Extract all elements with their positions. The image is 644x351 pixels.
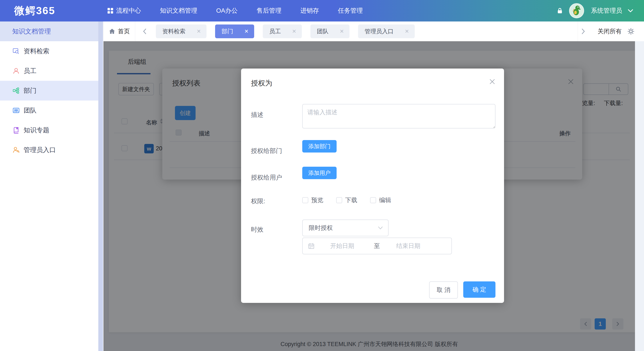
top-navbar: 微鳄365 流程中心 知识文档管理 OA办公 售后管理 进销存 任务管理: [0, 0, 644, 22]
time-field-label: 时效: [251, 225, 264, 234]
team-icon: [12, 107, 20, 114]
nav-item-tasks[interactable]: 任务管理: [338, 7, 363, 15]
book-icon: [12, 127, 20, 134]
org-icon: [12, 87, 20, 94]
perm-option-edit[interactable]: 编辑: [370, 196, 391, 204]
current-user-name[interactable]: 系统管理员: [591, 7, 622, 15]
close-tab-icon[interactable]: ✕: [405, 28, 409, 34]
tab-home[interactable]: 首页: [104, 22, 135, 41]
main-nav: 流程中心 知识文档管理 OA办公 售后管理 进销存 任务管理: [108, 0, 363, 22]
perm-option-download[interactable]: 下载: [336, 196, 357, 204]
sidebar-item-team[interactable]: 团队: [0, 101, 98, 120]
sidebar-item-data-search[interactable]: 资料检索: [0, 41, 98, 61]
add-user-button[interactable]: 添加用户: [302, 167, 336, 179]
date-separator: 至: [374, 242, 380, 250]
start-date-input[interactable]: 开始日期: [330, 242, 354, 250]
grid-icon: [108, 8, 113, 14]
date-range-picker[interactable]: 开始日期 至 结束日期: [302, 238, 452, 254]
app-screen: 微鳄365 流程中心 知识文档管理 OA办公 售后管理 进销存 任务管理: [0, 0, 644, 351]
tabs-scroll-left-icon[interactable]: [135, 28, 154, 35]
user-field-label: 授权给用户: [251, 173, 282, 182]
navbar-right: 系统管理员: [556, 0, 633, 22]
tabs-bar-right: 关闭所有: [578, 22, 644, 41]
preview-checkbox[interactable]: [302, 197, 308, 203]
avatar[interactable]: [569, 3, 584, 18]
end-date-input[interactable]: 结束日期: [396, 242, 420, 250]
nav-item-process-center[interactable]: 流程中心: [108, 7, 141, 15]
lock-icon[interactable]: [556, 7, 564, 15]
home-icon: [109, 28, 115, 34]
authorize-modal: 授权为 描述 授权给部门 添加部门 授权给用户 添加用户 权限: 预览 下载 编…: [241, 69, 504, 303]
time-select[interactable]: 限时授权: [302, 220, 388, 236]
nav-item-knowledge-docs[interactable]: 知识文档管理: [160, 7, 197, 15]
gear-icon[interactable]: [627, 28, 634, 35]
tab-team[interactable]: 团队✕: [310, 25, 350, 38]
chevron-down-icon: [378, 226, 383, 230]
close-tab-icon[interactable]: ✕: [244, 28, 248, 34]
nav-item-aftersales[interactable]: 售后管理: [256, 7, 282, 15]
add-department-button[interactable]: 添加部门: [302, 140, 336, 153]
authorize-modal-close-icon[interactable]: [489, 78, 496, 85]
perm-options-row: 预览 下载 编辑: [302, 196, 391, 204]
nav-item-oa[interactable]: OA办公: [216, 7, 238, 15]
sidebar-title: 知识文档管理: [0, 22, 103, 41]
page-scrollbar-track[interactable]: [635, 41, 644, 351]
tab-admin-entry[interactable]: 管理员入口✕: [358, 25, 414, 38]
close-tab-icon[interactable]: ✕: [292, 28, 296, 34]
sidebar-item-admin-entry[interactable]: 管理员入口: [0, 140, 98, 160]
authorize-modal-title: 授权为: [251, 78, 272, 88]
edit-checkbox[interactable]: [370, 197, 376, 203]
tab-department-active[interactable]: 部门✕: [215, 25, 254, 38]
app-logo[interactable]: 微鳄365: [14, 0, 55, 22]
close-tab-icon[interactable]: ✕: [197, 28, 201, 34]
tab-list: 资料检索✕ 部门✕ 员工✕ 团队✕ 管理员入口✕: [156, 25, 415, 38]
admin-key-icon: [12, 146, 20, 154]
calendar-icon: [308, 242, 315, 249]
doc-search-icon: [12, 48, 20, 55]
download-checkbox[interactable]: [336, 197, 342, 203]
desc-textarea[interactable]: [302, 104, 496, 128]
sidebar-scroll-strip[interactable]: [98, 22, 103, 351]
user-menu-chevron-down-icon[interactable]: [628, 9, 633, 13]
tab-data-search[interactable]: 资料检索✕: [156, 25, 206, 38]
sidebar-item-employee[interactable]: 员工: [0, 61, 98, 81]
cancel-button[interactable]: 取 消: [429, 281, 458, 298]
open-tabs-bar: 首页 资料检索✕ 部门✕ 员工✕ 团队✕ 管理员入口✕: [104, 22, 644, 41]
sidebar: 知识文档管理 资料检索 员工 部门 团队 知识专题 管理员入口: [0, 22, 98, 351]
confirm-button[interactable]: 确 定: [463, 281, 496, 298]
tab-employee[interactable]: 员工✕: [263, 25, 302, 38]
perm-field-label: 权限:: [251, 197, 265, 206]
nav-item-inventory[interactable]: 进销存: [300, 7, 319, 15]
close-tab-icon[interactable]: ✕: [340, 28, 344, 34]
tabs-scroll-right-icon[interactable]: [581, 28, 586, 35]
close-all-tabs-button[interactable]: 关闭所有: [598, 27, 622, 36]
dept-field-label: 授权给部门: [251, 147, 282, 155]
person-icon: [12, 67, 20, 75]
desc-field-label: 描述: [251, 111, 264, 119]
sidebar-item-knowledge-topics[interactable]: 知识专题: [0, 120, 98, 140]
perm-option-preview[interactable]: 预览: [302, 196, 323, 204]
sidebar-item-department[interactable]: 部门: [0, 81, 98, 101]
